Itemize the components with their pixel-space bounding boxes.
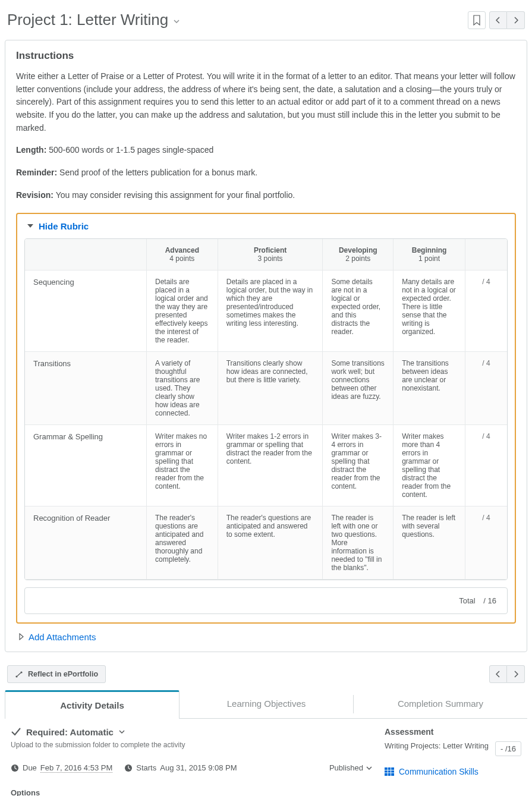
rubric-cell[interactable]: Writer makes 3-4 errors in grammar or sp… <box>323 425 394 506</box>
activity-details-left: Required: Automatic Upload to the submis… <box>11 727 373 797</box>
communication-skills-link[interactable]: Communication Skills <box>399 767 479 776</box>
rubric-row-score: / 4 <box>465 425 507 506</box>
clock-icon <box>11 764 19 772</box>
rubric-cell[interactable]: The reader is left with one or two quest… <box>323 506 394 580</box>
rubric-cell[interactable]: Writer makes no errors in grammar or spe… <box>147 425 218 506</box>
rubric-cell[interactable]: Writer makes more than 4 errors in gramm… <box>394 425 465 506</box>
rubric-corner <box>25 239 147 270</box>
instructions-length: Length: 500-600 words or 1-1.5 pages sin… <box>16 144 516 157</box>
start-label: Starts <box>136 763 156 772</box>
rubric-score-header <box>465 239 507 270</box>
share-icon <box>15 670 23 678</box>
required-label: Required: Automatic <box>26 727 114 737</box>
due-value[interactable]: Feb 7, 2016 4:53 PM <box>40 763 112 773</box>
tab-activity-details[interactable]: Activity Details <box>5 690 180 719</box>
svg-point-0 <box>15 675 17 677</box>
rubric-total-row: Total / 16 <box>24 587 508 614</box>
assessment-panel: Assessment Writing Projects: Letter Writ… <box>385 727 521 797</box>
grid-icon <box>385 767 394 776</box>
next-button[interactable] <box>507 11 525 29</box>
rubric-criterion: Transitions <box>25 352 147 425</box>
rubric-criterion: Recognition of Reader <box>25 506 147 580</box>
published-label: Published <box>329 763 363 772</box>
rubric-row-score: / 4 <box>465 352 507 425</box>
rubric-row: SequencingDetails are placed in a logica… <box>25 270 507 352</box>
chevron-down-icon <box>118 728 125 735</box>
rubric-level-beginning: Beginning 1 point <box>394 239 465 270</box>
caret-right-icon <box>18 633 24 640</box>
assessment-title: Assessment <box>385 727 521 737</box>
instructions-reminder: Reminder: Send proof of the letters publ… <box>16 166 516 180</box>
tab-completion-summary[interactable]: Completion Summary <box>354 690 527 718</box>
reflect-eportfolio-button[interactable]: Reflect in ePortfolio <box>7 665 106 683</box>
instructions-body: Write either a Letter of Praise or a Let… <box>16 70 516 202</box>
reflect-label: Reflect in ePortfolio <box>28 670 98 678</box>
instructions-paragraph: Write either a Letter of Praise or a Let… <box>16 70 516 134</box>
page-title-text: Project 1: Letter Writing <box>7 11 168 29</box>
svg-point-1 <box>20 671 22 673</box>
options-block: Options Unlimited filesAll submissions a… <box>11 788 373 797</box>
rubric-cell[interactable]: The reader's questions are anticipated a… <box>147 506 218 580</box>
rubric-toggle[interactable]: Hide Rubric <box>24 221 508 231</box>
details-tabs: Activity Details Learning Objectives Com… <box>5 690 527 719</box>
rubric-cell[interactable]: Transitions clearly show how ideas are c… <box>218 352 323 425</box>
bookmark-button[interactable] <box>468 11 486 29</box>
rubric-criterion: Grammar & Spelling <box>25 425 147 506</box>
start-value: Aug 31, 2015 9:08 PM <box>160 763 237 772</box>
rubric-row-score: / 4 <box>465 270 507 352</box>
published-toggle[interactable]: Published <box>329 763 373 772</box>
rubric-row: Grammar & SpellingWriter makes no errors… <box>25 425 507 506</box>
rubric-level-proficient: Proficient 3 points <box>218 239 323 270</box>
prev-button[interactable] <box>489 11 507 29</box>
add-attachments-label: Add Attachments <box>29 632 96 642</box>
rubric-table: Advanced 4 points Proficient 3 points De… <box>24 238 508 580</box>
rubric-cell[interactable]: Some transitions work well; but connecti… <box>323 352 394 425</box>
required-line[interactable]: Required: Automatic <box>11 727 373 737</box>
due-label: Due <box>23 763 37 772</box>
rubric-cell[interactable]: Some details are not in a logical or exp… <box>323 270 394 352</box>
svg-rect-4 <box>385 767 394 776</box>
rubric-level-advanced: Advanced 4 points <box>147 239 218 270</box>
rubric-toggle-label: Hide Rubric <box>39 221 89 231</box>
instructions-panel: Instructions Write either a Letter of Pr… <box>5 40 527 652</box>
rubric-total-label: Total <box>459 596 475 605</box>
rubric-cell[interactable]: The reader's questions are anticipated a… <box>218 506 323 580</box>
caret-down-icon <box>27 223 34 229</box>
rubric-cell[interactable]: Details are placed in a logical order, b… <box>218 270 323 352</box>
rubric-cell[interactable]: The reader is left with several question… <box>394 506 465 580</box>
check-icon <box>11 727 21 737</box>
instructions-revision: Revision: You may consider revising this… <box>16 189 516 202</box>
assessment-item-label: Writing Projects: Letter Writing <box>385 741 489 750</box>
required-subtext: Upload to the submission folder to compl… <box>11 741 373 749</box>
rubric-row: Recognition of ReaderThe reader's questi… <box>25 506 507 580</box>
clock-icon <box>124 764 133 772</box>
rubric-level-developing: Developing 2 points <box>323 239 394 270</box>
rubric-container: Hide Rubric Advanced 4 points Proficient… <box>16 213 516 624</box>
rubric-cell[interactable]: Writer makes 1-2 errors in grammar or sp… <box>218 425 323 506</box>
instructions-heading: Instructions <box>16 50 516 62</box>
rubric-total-value: / 16 <box>483 596 496 605</box>
rubric-cell[interactable]: Details are placed in a logical order an… <box>147 270 218 352</box>
page-title: Project 1: Letter Writing <box>7 11 180 29</box>
rubric-criterion: Sequencing <box>25 270 147 352</box>
rubric-cell[interactable]: A variety of thoughtful transitions are … <box>147 352 218 425</box>
options-title: Options <box>11 788 373 797</box>
rubric-cell[interactable]: The transitions between ideas are unclea… <box>394 352 465 425</box>
add-attachments[interactable]: Add Attachments <box>16 632 516 642</box>
rubric-row-score: / 4 <box>465 506 507 580</box>
rubric-cell[interactable]: Many details are not in a logical or exp… <box>394 270 465 352</box>
header-actions <box>468 11 525 29</box>
chevron-down-icon[interactable] <box>173 15 180 25</box>
meta-row: Due Feb 7, 2016 4:53 PM Starts Aug 31, 2… <box>11 763 373 773</box>
prev-button-footer[interactable] <box>489 665 507 683</box>
tab-learning-objectives[interactable]: Learning Objectives <box>180 690 353 718</box>
assessment-score: - /16 <box>495 741 521 756</box>
rubric-row: TransitionsA variety of thoughtful trans… <box>25 352 507 425</box>
next-button-footer[interactable] <box>507 665 525 683</box>
